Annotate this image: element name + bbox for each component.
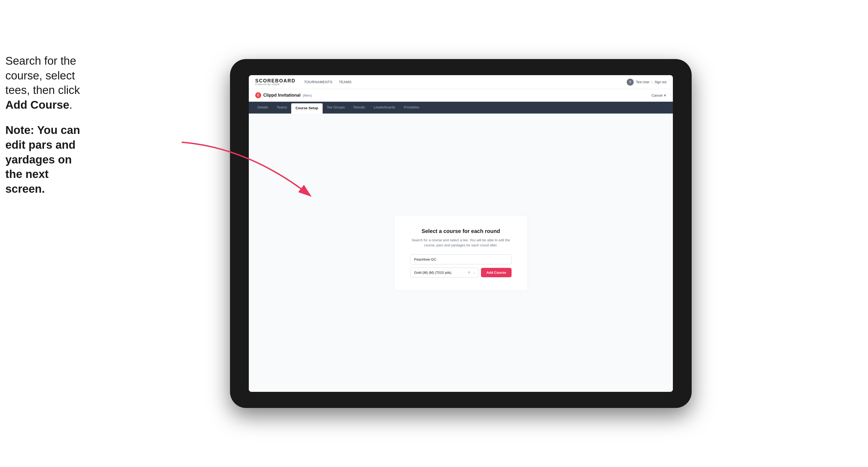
nav-right: T Test User | Sign out	[627, 79, 666, 86]
sub-nav: Details Teams Course Setup Tee Groups Re…	[249, 102, 673, 114]
tab-course-setup[interactable]: Course Setup	[291, 103, 322, 114]
nav-items: TOURNAMENTS TEAMS	[304, 80, 351, 84]
course-select-card: Select a course for each round Search fo…	[394, 215, 528, 291]
tournament-icon: C	[255, 92, 261, 98]
main-content: Select a course for each round Search fo…	[249, 114, 673, 392]
card-title: Select a course for each round	[410, 228, 512, 234]
tab-teams[interactable]: Teams	[272, 102, 291, 114]
tablet-screen: SCOREBOARD Powered by clippd TOURNAMENTS…	[249, 75, 673, 392]
tab-tee-groups[interactable]: Tee Groups	[322, 102, 349, 114]
tee-clear-icon[interactable]: ✕	[468, 270, 471, 275]
tab-leaderboards[interactable]: Leaderboards	[369, 102, 399, 114]
tablet-device: SCOREBOARD Powered by clippd TOURNAMENTS…	[230, 59, 692, 408]
annotation-search-instruction: Search for the course, select tees, then…	[5, 54, 81, 112]
logo-sub: Powered by clippd	[255, 83, 296, 86]
tournament-name: Clippd Invitational	[263, 93, 301, 98]
add-course-button[interactable]: Add Course	[481, 268, 512, 277]
tournament-header: C Clippd Invitational (Men) Cancel ✕	[249, 89, 673, 102]
cancel-x-icon: ✕	[663, 93, 666, 97]
card-description: Search for a course and select a tee. Yo…	[410, 238, 512, 248]
tournament-gender: (Men)	[303, 93, 312, 97]
tab-printables[interactable]: Printables	[399, 102, 424, 114]
sign-out-link[interactable]: Sign out	[655, 80, 666, 84]
annotation-note: Note: You can edit pars and yardages on …	[5, 123, 81, 196]
user-avatar: T	[627, 79, 634, 86]
tournament-title-area: C Clippd Invitational (Men)	[255, 92, 312, 98]
nav-item-tournaments[interactable]: TOURNAMENTS	[304, 80, 333, 84]
tee-select-row: Gold (M) (M) (7010 yds) ✕ ⌄ Add Course	[410, 268, 512, 278]
nav-left: SCOREBOARD Powered by clippd TOURNAMENTS…	[255, 79, 351, 86]
top-nav: SCOREBOARD Powered by clippd TOURNAMENTS…	[249, 75, 673, 89]
annotation-note-bold: Note: You can edit pars and yardages on …	[5, 124, 80, 195]
nav-item-teams[interactable]: TEAMS	[339, 80, 351, 84]
tab-details[interactable]: Details	[253, 102, 272, 114]
tab-results[interactable]: Results	[349, 102, 369, 114]
course-search-input[interactable]	[410, 254, 512, 264]
cancel-button[interactable]: Cancel ✕	[652, 93, 666, 97]
logo-main: SCOREBOARD	[255, 79, 296, 83]
logo-area: SCOREBOARD Powered by clippd	[255, 79, 296, 86]
cancel-label: Cancel	[652, 93, 662, 97]
annotation-period: .	[69, 98, 72, 111]
tee-chevron-icon: ⌄	[473, 271, 475, 274]
tee-select-wrapper: Gold (M) (M) (7010 yds) ✕ ⌄	[410, 268, 478, 278]
user-name: Test User	[636, 80, 650, 84]
annotation-bold: Add Course	[5, 98, 69, 111]
nav-divider: |	[652, 80, 652, 84]
